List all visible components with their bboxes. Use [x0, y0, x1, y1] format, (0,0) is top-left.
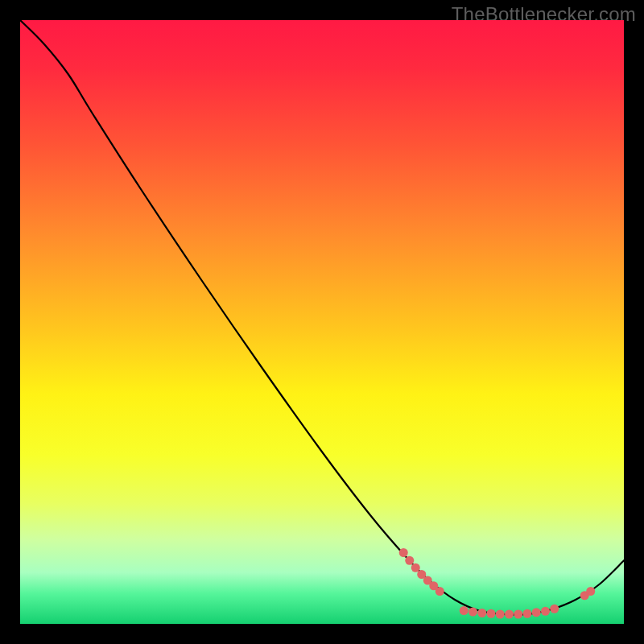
marker-dot [532, 608, 541, 617]
marker-dot [460, 606, 469, 615]
marker-dot [523, 609, 532, 618]
marker-dot [477, 609, 486, 617]
marker-dot [411, 564, 420, 572]
marker-dot [399, 548, 408, 557]
marker-dot [586, 587, 595, 596]
marker-dot [514, 610, 522, 619]
marker-dot [496, 610, 505, 619]
marker-dot [405, 556, 414, 565]
chart-frame: TheBottlenecker.com [0, 0, 644, 644]
gradient-background [20, 20, 624, 624]
marker-dot [541, 607, 550, 616]
marker-dot [550, 605, 559, 613]
marker-dot [436, 587, 444, 596]
marker-dot [487, 609, 496, 618]
chart-plot [20, 20, 624, 624]
marker-dot [505, 610, 514, 619]
marker-dot [469, 608, 477, 617]
